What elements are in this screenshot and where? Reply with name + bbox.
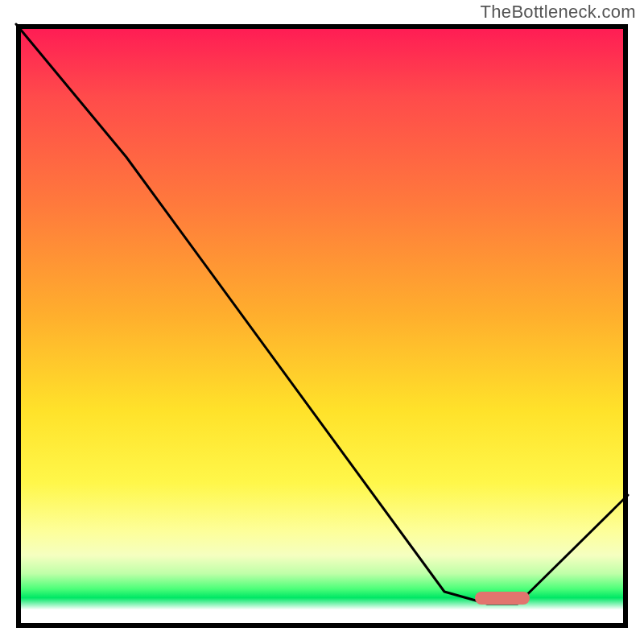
curve-layer [16,24,628,628]
watermark-text: TheBottleneck.com [481,2,636,23]
chart-stage: TheBottleneck.com [0,0,644,644]
sweet-spot-marker [475,592,530,605]
plot-area [16,24,628,628]
bottleneck-curve-path [16,24,628,604]
